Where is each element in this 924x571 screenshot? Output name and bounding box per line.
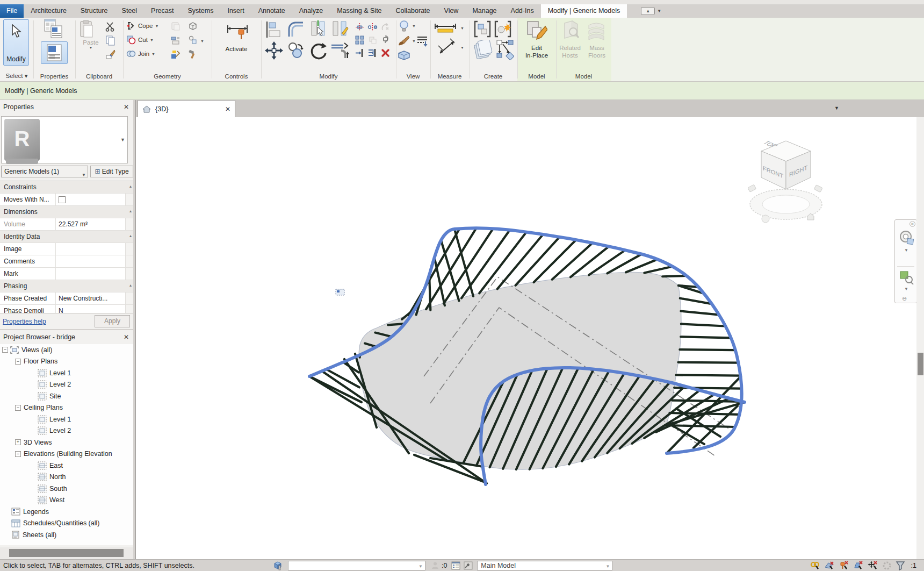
- scale-icon[interactable]: [367, 22, 378, 32]
- view-tab-3d[interactable]: {3D} ✕: [138, 100, 235, 117]
- measure-line-icon[interactable]: [434, 22, 457, 34]
- tab-architecture[interactable]: Architecture: [24, 4, 74, 18]
- editable-only-icon[interactable]: [431, 561, 439, 570]
- modify-button[interactable]: Modify: [3, 19, 29, 66]
- tab-precast[interactable]: Precast: [144, 4, 181, 18]
- demolish-icon[interactable]: [187, 49, 198, 60]
- tree-expand-icon[interactable]: +: [15, 439, 21, 445]
- tree-item-north[interactable]: North: [0, 472, 133, 483]
- paste-button[interactable]: Paste▼: [80, 20, 102, 49]
- chevron-down-icon[interactable]: ▼: [904, 287, 908, 291]
- copy-icon[interactable]: [105, 35, 116, 46]
- tab-systems[interactable]: Systems: [181, 4, 220, 18]
- viewport-3d[interactable]: TOP FRONT RIGHT ✕ ▼ ▼ ⊖ 1 : 100: [136, 117, 924, 559]
- mirror-icon[interactable]: [367, 35, 378, 45]
- tab-file[interactable]: File: [0, 4, 24, 18]
- tab-manage[interactable]: Manage: [465, 4, 503, 18]
- tree-item-site[interactable]: Site: [0, 390, 133, 402]
- displace-icon[interactable]: [397, 50, 411, 61]
- tree-item-level-2[interactable]: Level 2: [0, 379, 133, 391]
- tab-add-ins[interactable]: Add-Ins: [504, 4, 541, 18]
- delete-icon[interactable]: [380, 48, 391, 58]
- tree-item-west[interactable]: West: [0, 495, 133, 506]
- copy-element-icon[interactable]: [287, 41, 305, 60]
- tree-item-east[interactable]: East: [0, 460, 133, 472]
- trim-icon[interactable]: [355, 48, 365, 58]
- param-group-phasing[interactable]: Phasing▴: [0, 280, 133, 292]
- tree-item-ceiling-plans[interactable]: −Ceiling Plans: [0, 402, 133, 414]
- tree-item-level-1[interactable]: Level 1: [0, 413, 133, 425]
- close-icon[interactable]: ✕: [909, 221, 915, 227]
- select-pinned-icon[interactable]: [839, 561, 849, 570]
- tab-overflow-icon[interactable]: ▼: [834, 105, 839, 111]
- tab-collaborate[interactable]: Collaborate: [389, 4, 437, 18]
- select-by-face-icon[interactable]: [853, 561, 864, 570]
- array-icon[interactable]: [355, 35, 365, 45]
- tab-view[interactable]: View: [437, 4, 466, 18]
- tree-item-3d-views[interactable]: +3D Views: [0, 437, 133, 448]
- mass-floors-icon[interactable]: [586, 20, 607, 42]
- param-group-constraints[interactable]: Constraints▴: [0, 181, 133, 194]
- active-workset-combo[interactable]: ▼: [288, 561, 425, 570]
- browser-hscrollbar[interactable]: [0, 547, 133, 559]
- tab-modify-generic-models[interactable]: Modify | Generic Models: [541, 4, 627, 18]
- exclude-options-icon[interactable]: [464, 561, 473, 570]
- linework-brush-icon[interactable]: [398, 35, 410, 47]
- split-element-icon[interactable]: [309, 19, 328, 39]
- filter-icon[interactable]: [896, 561, 905, 570]
- measure-angle-icon[interactable]: [437, 38, 457, 56]
- cutaway-icon[interactable]: [416, 35, 428, 47]
- param-group-dimensions[interactable]: Dimensions▴: [0, 206, 133, 218]
- offset-icon[interactable]: [330, 41, 350, 60]
- vertical-scrollbar[interactable]: [916, 117, 924, 559]
- properties-palette-button[interactable]: [44, 19, 62, 38]
- unpin-icon[interactable]: [380, 22, 391, 32]
- match-type-icon[interactable]: [105, 49, 116, 60]
- tree-item-legends[interactable]: Legends: [0, 506, 133, 518]
- tree-item-schedules-quantities-all[interactable]: Schedules/Quantities (all): [0, 518, 133, 530]
- apply-button[interactable]: Apply: [95, 315, 130, 327]
- move-icon[interactable]: [265, 41, 283, 60]
- select-links-icon[interactable]: [810, 561, 820, 570]
- edit-in-place-icon[interactable]: [526, 20, 547, 42]
- param-row-image[interactable]: Image: [0, 243, 133, 255]
- align-icon[interactable]: [265, 20, 282, 39]
- design-option-combo[interactable]: Main Model▼: [477, 561, 612, 570]
- tree-expand-icon[interactable]: −: [2, 347, 8, 353]
- param-row-mark[interactable]: Mark: [0, 268, 133, 280]
- zoom-region-icon[interactable]: [899, 270, 914, 284]
- param-row-comments[interactable]: Comments: [0, 255, 133, 268]
- tab-massing-site[interactable]: Massing & Site: [330, 4, 388, 18]
- create-similar-icon[interactable]: [496, 39, 514, 60]
- tree-item-floor-plans[interactable]: −Floor Plans: [0, 356, 133, 368]
- tree-item-level-2[interactable]: Level 2: [0, 425, 133, 437]
- close-icon[interactable]: ✕: [122, 333, 130, 341]
- param-group-identity-data[interactable]: Identity Data▴: [0, 231, 133, 243]
- tab-analyze[interactable]: Analyze: [292, 4, 330, 18]
- cut-geometry-button[interactable]: Cut▼: [126, 35, 154, 45]
- ribbon-state-toggle[interactable]: ▲ ▼: [641, 6, 665, 16]
- param-row-phase-demoli[interactable]: Phase DemoliN: [0, 305, 133, 313]
- tree-item-elevations-building-elevation[interactable]: −Elevations (Building Elevation: [0, 448, 133, 460]
- zoom-out-icon[interactable]: ⊖: [902, 295, 907, 302]
- close-icon[interactable]: ✕: [225, 105, 230, 113]
- tree-item-south[interactable]: South: [0, 483, 133, 495]
- split-with-gap-icon[interactable]: [331, 19, 349, 39]
- tab-insert[interactable]: Insert: [220, 4, 251, 18]
- lightbulb-icon[interactable]: [398, 20, 410, 33]
- tree-item-level-1[interactable]: Level 1: [0, 367, 133, 379]
- cope-button[interactable]: Cope▼: [126, 21, 158, 31]
- pin-icon[interactable]: [380, 35, 391, 45]
- fillet-icon[interactable]: [287, 20, 305, 39]
- param-row-moves-with-n[interactable]: Moves With N...: [0, 194, 133, 206]
- tab-annotate[interactable]: Annotate: [251, 4, 292, 18]
- tree-expand-icon[interactable]: −: [15, 359, 21, 365]
- trim-multiple-icon[interactable]: [367, 48, 378, 58]
- select-underlay-icon[interactable]: [824, 561, 835, 570]
- cut-icon[interactable]: [105, 21, 116, 32]
- create-assembly-icon[interactable]: [494, 20, 512, 38]
- view-cube[interactable]: TOP FRONT RIGHT: [747, 130, 828, 238]
- param-row-volume[interactable]: Volume22.527 m³: [0, 218, 133, 231]
- edit-type-button[interactable]: ⊞ Edit Type: [90, 166, 133, 177]
- steering-wheel-icon[interactable]: [898, 230, 914, 246]
